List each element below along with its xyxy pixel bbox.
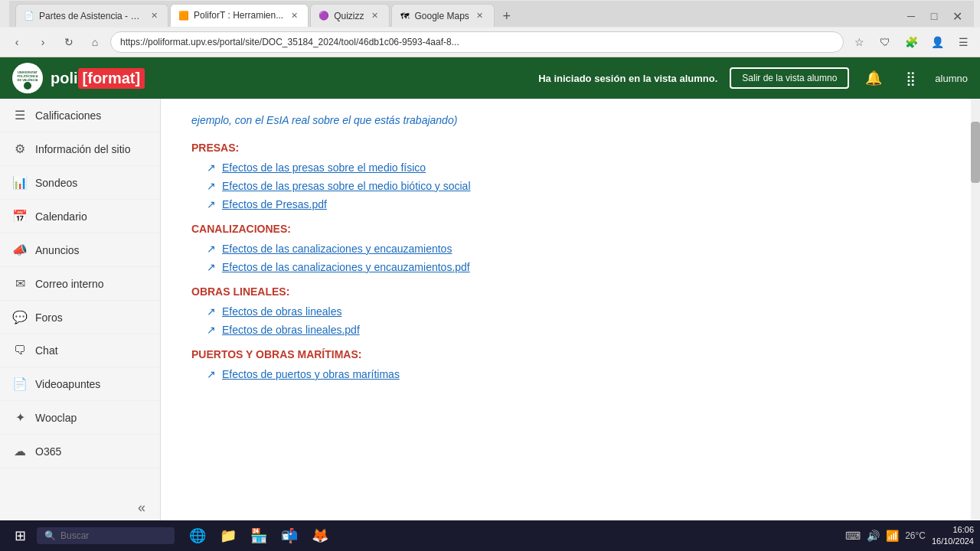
external-link-icon: ↗: [207, 368, 216, 380]
sidebar-item-correo[interactable]: ✉ Correo interno: [0, 267, 160, 301]
new-tab-button[interactable]: +: [496, 5, 518, 27]
taskbar-system-tray: ⌨ 🔊 📶 26°C 16:06 16/10/2024: [845, 524, 974, 548]
tab-close-3[interactable]: ✕: [474, 10, 486, 22]
link-obras-2[interactable]: Efectos de obras lineales.pdf: [222, 324, 360, 336]
taskbar-app-mail[interactable]: 📬: [276, 522, 303, 549]
link-obras-1[interactable]: Efectos de obras lineales: [222, 305, 341, 318]
svg-text:DE VALÈNCIA: DE VALÈNCIA: [18, 78, 38, 82]
taskbar: ⊞ 🔍 🌐 📁 🏪 📬 🦊 ⌨ 🔊 📶 26°C 16:06 16/10/202…: [0, 520, 980, 551]
tab-0[interactable]: 📄 Partes de Asistencia - E... ✕: [15, 4, 168, 27]
videoapuntes-icon: 📄: [12, 377, 28, 391]
external-link-icon: ↗: [207, 198, 216, 210]
tab-close-2[interactable]: ✕: [369, 10, 381, 22]
sidebar-collapse-button[interactable]: «: [131, 497, 152, 518]
network-icon[interactable]: 📶: [886, 530, 899, 542]
section-title-puertos: PUERTOS Y OBRAS MARÍTIMAS:: [191, 348, 949, 360]
sidebar-label-calendario: Calendario: [35, 210, 87, 223]
external-link-icon: ↗: [207, 261, 216, 273]
tab-favicon-3: 🗺: [400, 11, 410, 21]
tab-label-1: PoliforT : Herramien...: [194, 10, 283, 21]
section-title-canalizaciones: CANALIZACIONES:: [191, 223, 949, 235]
tab-close-0[interactable]: ✕: [148, 10, 160, 22]
notifications-bell-icon[interactable]: 🔔: [861, 66, 886, 90]
taskbar-app-explorer[interactable]: 📁: [214, 522, 242, 549]
link-canal-2[interactable]: Efectos de las canalizaciones y encauzam…: [222, 261, 470, 273]
main-area: ☰ Calificaciones ⚙ Información del sitio…: [0, 99, 980, 526]
external-link-icon: ↗: [207, 243, 216, 255]
section-title-presas: PRESAS:: [191, 142, 949, 154]
intro-text: ejemplo, con el EsIA real sobre el que e…: [191, 114, 949, 126]
top-nav: UNIVERSITAT POLITÈCNICA DE VALÈNCIA poli…: [0, 57, 980, 99]
wooclap-icon: ✦: [12, 410, 28, 425]
sidebar-item-anuncios[interactable]: 📣 Anuncios: [0, 233, 160, 267]
format-badge: [format]: [78, 68, 145, 89]
battery-icon: 26°C: [905, 530, 926, 541]
tab-label-0: Partes de Asistencia - E...: [39, 11, 143, 21]
tab-close-1[interactable]: ✕: [288, 9, 300, 21]
foros-icon: 💬: [12, 310, 28, 324]
volume-icon[interactable]: 🔊: [867, 530, 880, 542]
taskbar-clock[interactable]: 16:06 16/10/2024: [932, 524, 974, 548]
poliformat-logo: poli [format]: [51, 68, 145, 89]
minimize-button[interactable]: ─: [900, 5, 922, 27]
sidebar-item-videoapuntes[interactable]: 📄 Videoapuntes: [0, 367, 160, 401]
alumno-label: alumno: [935, 73, 968, 84]
shield-icon[interactable]: 🛡: [874, 31, 896, 53]
sidebar-item-wooclap[interactable]: ✦ Wooclap: [0, 401, 160, 435]
section-puertos: PUERTOS Y OBRAS MARÍTIMAS: ↗ Efectos de …: [191, 348, 949, 380]
home-button[interactable]: ⌂: [84, 31, 106, 53]
sidebar-item-informacion[interactable]: ⚙ Información del sitio: [0, 132, 160, 166]
tab-2[interactable]: 🟣 Quizizz ✕: [310, 4, 389, 27]
svg-point-4: [24, 82, 31, 90]
sidebar-label-videoapuntes: Videoapuntes: [35, 378, 100, 390]
section-presas: PRESAS: ↗ Efectos de las presas sobre el…: [191, 142, 949, 210]
link-presas-1[interactable]: Efectos de las presas sobre el medio fís…: [222, 161, 426, 174]
sidebar-item-o365[interactable]: ☁ O365: [0, 435, 160, 468]
address-input[interactable]: [110, 31, 844, 53]
o365-icon: ☁: [12, 444, 28, 458]
sidebar-label-chat: Chat: [35, 344, 58, 357]
informacion-icon: ⚙: [12, 142, 28, 156]
keyboard-icon[interactable]: ⌨: [845, 530, 861, 542]
tab-favicon-2: 🟣: [318, 11, 329, 21]
menu-button[interactable]: ☰: [952, 31, 974, 53]
taskbar-search-input[interactable]: [60, 530, 168, 541]
close-window-button[interactable]: ✕: [946, 5, 968, 27]
start-button[interactable]: ⊞: [6, 522, 34, 549]
link-presas-2[interactable]: Efectos de las presas sobre el medio bió…: [222, 180, 471, 192]
list-item: ↗ Efectos de obras lineales: [207, 305, 949, 318]
link-canal-1[interactable]: Efectos de las canalizaciones y encauzam…: [222, 243, 452, 255]
sidebar-item-foros[interactable]: 💬 Foros: [0, 301, 160, 334]
salir-button[interactable]: Salir de la vista alumno: [730, 67, 849, 89]
sidebar-label-informacion: Información del sitio: [35, 143, 131, 155]
taskbar-app-store[interactable]: 🏪: [245, 522, 273, 549]
apps-grid-icon[interactable]: ⣿: [898, 66, 923, 90]
calificaciones-icon: ☰: [12, 108, 28, 122]
calendario-icon: 📅: [12, 209, 28, 223]
sidebar-item-calendario[interactable]: 📅 Calendario: [0, 200, 160, 233]
link-puertos-1[interactable]: Efectos de puertos y obras marítimas: [222, 368, 400, 380]
section-canalizaciones: CANALIZACIONES: ↗ Efectos de las canaliz…: [191, 223, 949, 273]
sidebar-item-calificaciones[interactable]: ☰ Calificaciones: [0, 99, 160, 132]
sidebar-item-sondeos[interactable]: 📊 Sondeos: [0, 166, 160, 200]
refresh-button[interactable]: ↻: [58, 31, 80, 53]
maximize-button[interactable]: □: [923, 5, 945, 27]
tab-3[interactable]: 🗺 Google Maps ✕: [391, 4, 495, 27]
link-presas-3[interactable]: Efectos de Presas.pdf: [222, 198, 327, 210]
app-container: UNIVERSITAT POLITÈCNICA DE VALÈNCIA poli…: [0, 57, 980, 526]
taskbar-app-firefox[interactable]: 🦊: [306, 522, 334, 549]
tabs-bar: 📄 Partes de Asistencia - E... ✕ 🟧 Polifo…: [9, 1, 974, 27]
tab-1[interactable]: 🟧 PoliforT : Herramien... ✕: [170, 4, 309, 27]
back-button[interactable]: ‹: [6, 31, 28, 53]
taskbar-app-edge[interactable]: 🌐: [184, 522, 211, 549]
sidebar-label-correo: Correo interno: [35, 278, 104, 290]
tab-label-3: Google Maps: [415, 11, 469, 21]
extensions-button[interactable]: 🧩: [900, 31, 922, 53]
anuncios-icon: 📣: [12, 243, 28, 257]
user-profile-button[interactable]: 👤: [926, 31, 948, 53]
scrollbar-thumb[interactable]: [971, 122, 980, 183]
bookmark-button[interactable]: ☆: [848, 31, 870, 53]
sidebar-item-chat[interactable]: 🗨 Chat: [0, 334, 160, 367]
list-item: ↗ Efectos de obras lineales.pdf: [207, 324, 949, 336]
forward-button[interactable]: ›: [32, 31, 54, 53]
